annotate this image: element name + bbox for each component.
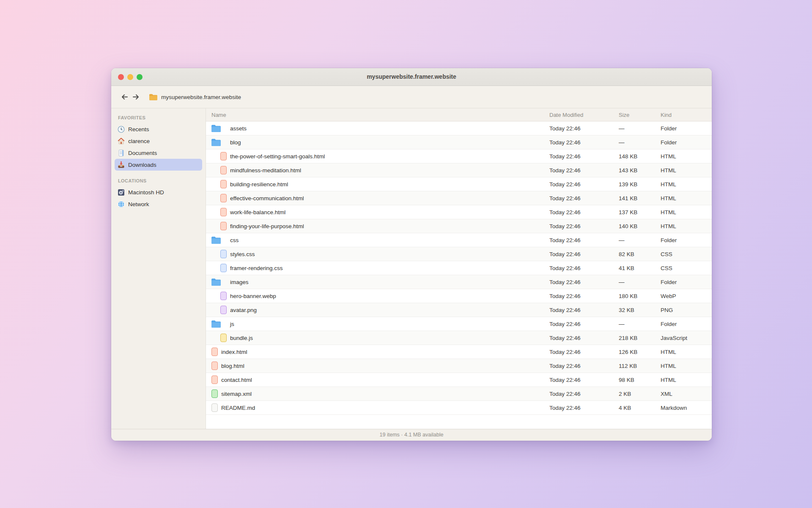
kind-cell: Folder bbox=[661, 279, 712, 285]
file-name: framer-rendering.css bbox=[230, 265, 283, 271]
size-cell: 41 KB bbox=[619, 265, 661, 271]
column-header-date-modified[interactable]: Date Modified bbox=[549, 112, 619, 118]
size-cell: 4 KB bbox=[619, 405, 661, 411]
sidebar-item-downloads[interactable]: Downloads bbox=[115, 159, 202, 171]
sidebar-section-favorites: FAVORITESRecentsclarenceDocumentsDownloa… bbox=[111, 115, 206, 171]
html-file-icon bbox=[211, 362, 221, 370]
file-name-cell: hero-banner.webp bbox=[206, 292, 549, 300]
file-row[interactable]: README.mdToday 22:464 KBMarkdown bbox=[206, 401, 712, 415]
size-cell: 139 KB bbox=[619, 181, 661, 188]
file-row[interactable]: finding-your-life-purpose.htmlToday 22:4… bbox=[206, 219, 712, 233]
html-file-icon bbox=[211, 375, 221, 384]
file-name: building-resilience.html bbox=[230, 181, 288, 188]
date-modified-cell: Today 22:46 bbox=[549, 335, 619, 341]
size-cell: — bbox=[619, 139, 661, 146]
file-name-cell: effective-communication.html bbox=[206, 194, 549, 202]
sidebar-item-label: Macintosh HD bbox=[128, 189, 164, 196]
sidebar-section-locations: LOCATIONSMacintosh HDNetwork bbox=[111, 178, 206, 210]
html-file-icon bbox=[211, 348, 221, 356]
file-name-cell: mindfulness-meditation.html bbox=[206, 166, 549, 174]
column-header-kind[interactable]: Kind bbox=[661, 112, 712, 118]
sidebar-item-documents[interactable]: Documents bbox=[115, 147, 202, 159]
sidebar-item-label: clarence bbox=[128, 138, 150, 144]
folder-row[interactable]: assetsToday 22:46—Folder bbox=[206, 121, 712, 135]
folder-row[interactable]: imagesToday 22:46—Folder bbox=[206, 275, 712, 289]
hard-drive-icon bbox=[118, 189, 125, 196]
globe-icon bbox=[118, 201, 125, 208]
file-row[interactable]: hero-banner.webpToday 22:46180 KBWebP bbox=[206, 289, 712, 303]
kind-cell: HTML bbox=[661, 223, 712, 229]
kind-cell: CSS bbox=[661, 265, 712, 271]
file-row[interactable]: styles.cssToday 22:4682 KBCSS bbox=[206, 247, 712, 261]
folder-row[interactable]: cssToday 22:46—Folder bbox=[206, 233, 712, 247]
html-file-icon bbox=[220, 152, 230, 160]
file-name: css bbox=[230, 237, 239, 243]
file-name: finding-your-life-purpose.html bbox=[230, 223, 304, 229]
file-list: Name Date Modified Size Kind assetsToday… bbox=[206, 108, 712, 429]
html-file-icon bbox=[220, 180, 230, 188]
file-row[interactable]: contact.htmlToday 22:4698 KBHTML bbox=[206, 373, 712, 387]
file-name: effective-communication.html bbox=[230, 195, 304, 202]
file-row[interactable]: index.htmlToday 22:46126 KBHTML bbox=[206, 345, 712, 359]
back-arrow-icon[interactable] bbox=[121, 93, 129, 101]
css-file-icon bbox=[220, 250, 230, 258]
file-name: hero-banner.webp bbox=[230, 293, 276, 299]
date-modified-cell: Today 22:46 bbox=[549, 391, 619, 397]
file-name-cell: images bbox=[206, 279, 549, 286]
folder-row[interactable]: jsToday 22:46—Folder bbox=[206, 317, 712, 331]
sidebar-item-clarence[interactable]: clarence bbox=[115, 135, 202, 147]
file-name: assets bbox=[230, 125, 247, 132]
status-text: 19 items · 4.1 MB available bbox=[380, 432, 444, 438]
css-file-icon bbox=[220, 264, 230, 272]
kind-cell: JavaScript bbox=[661, 335, 712, 341]
file-name: js bbox=[230, 321, 234, 327]
kind-cell: HTML bbox=[661, 195, 712, 202]
column-header-size[interactable]: Size bbox=[619, 112, 661, 118]
file-row[interactable]: avatar.pngToday 22:4632 KBPNG bbox=[206, 303, 712, 317]
file-row[interactable]: effective-communication.htmlToday 22:461… bbox=[206, 191, 712, 205]
size-cell: 32 KB bbox=[619, 307, 661, 313]
folder-row[interactable]: blogToday 22:46—Folder bbox=[206, 135, 712, 149]
file-name-cell: css bbox=[206, 237, 549, 244]
kind-cell: HTML bbox=[661, 153, 712, 160]
kind-cell: Folder bbox=[661, 321, 712, 327]
date-modified-cell: Today 22:46 bbox=[549, 405, 619, 411]
blue-folder-icon bbox=[211, 237, 225, 244]
blue-folder-icon bbox=[211, 320, 225, 328]
kind-cell: Folder bbox=[661, 237, 712, 243]
file-row[interactable]: sitemap.xmlToday 22:462 KBXML bbox=[206, 387, 712, 401]
file-row[interactable]: the-power-of-setting-smart-goals.htmlTod… bbox=[206, 149, 712, 163]
file-name: sitemap.xml bbox=[221, 391, 252, 397]
size-cell: 143 KB bbox=[619, 167, 661, 174]
file-name-cell: index.html bbox=[206, 348, 549, 356]
forward-arrow-icon[interactable] bbox=[132, 93, 140, 101]
file-name-cell: styles.css bbox=[206, 250, 549, 258]
html-file-icon bbox=[220, 194, 230, 202]
size-cell: 98 KB bbox=[619, 377, 661, 383]
file-name-cell: finding-your-life-purpose.html bbox=[206, 222, 549, 230]
file-row[interactable]: framer-rendering.cssToday 22:4641 KBCSS bbox=[206, 261, 712, 275]
date-modified-cell: Today 22:46 bbox=[549, 209, 619, 215]
sidebar-item-network[interactable]: Network bbox=[115, 198, 202, 210]
image-file-icon bbox=[220, 306, 230, 314]
title-bar[interactable]: mysuperwebsite.framer.website bbox=[111, 68, 712, 86]
kind-cell: WebP bbox=[661, 293, 712, 299]
size-cell: — bbox=[619, 279, 661, 285]
file-name: mindfulness-meditation.html bbox=[230, 167, 301, 174]
column-header-name[interactable]: Name bbox=[206, 112, 549, 118]
date-modified-cell: Today 22:46 bbox=[549, 195, 619, 202]
finder-window: mysuperwebsite.framer.website mysuperweb… bbox=[111, 68, 712, 441]
window-title: mysuperwebsite.framer.website bbox=[111, 68, 712, 86]
list-body: assetsToday 22:46—FolderblogToday 22:46—… bbox=[206, 121, 712, 429]
file-row[interactable]: bundle.jsToday 22:46218 KBJavaScript bbox=[206, 331, 712, 345]
file-row[interactable]: blog.htmlToday 22:46112 KBHTML bbox=[206, 359, 712, 373]
file-row[interactable]: work-life-balance.htmlToday 22:46137 KBH… bbox=[206, 205, 712, 219]
file-row[interactable]: building-resilience.htmlToday 22:46139 K… bbox=[206, 177, 712, 191]
sidebar-item-recents[interactable]: Recents bbox=[115, 123, 202, 135]
size-cell: 141 KB bbox=[619, 195, 661, 202]
size-cell: 2 KB bbox=[619, 391, 661, 397]
sidebar-item-macintosh-hd[interactable]: Macintosh HD bbox=[115, 186, 202, 198]
blue-folder-icon bbox=[211, 279, 225, 286]
file-row[interactable]: mindfulness-meditation.htmlToday 22:4614… bbox=[206, 163, 712, 177]
sidebar-item-label: Documents bbox=[128, 150, 157, 156]
